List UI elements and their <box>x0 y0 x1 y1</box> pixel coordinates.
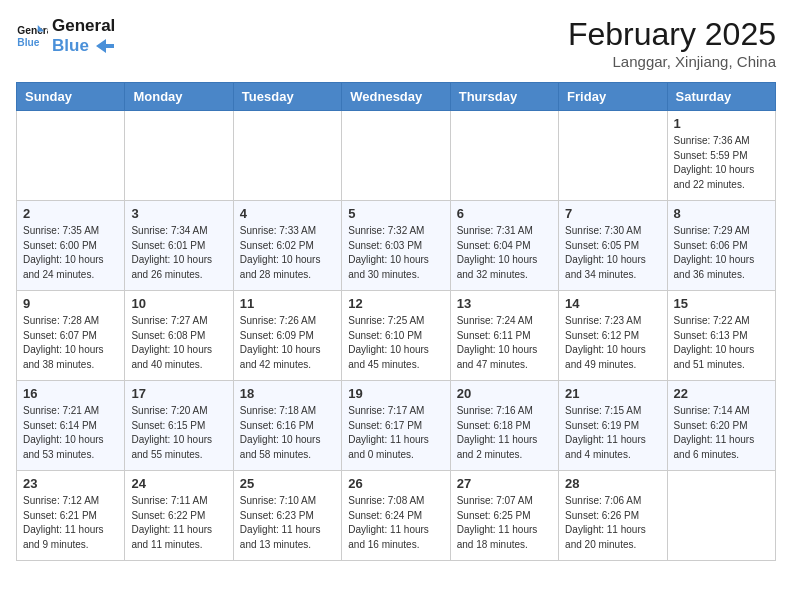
day-number: 13 <box>457 296 552 311</box>
day-info: Sunrise: 7:21 AMSunset: 6:14 PMDaylight:… <box>23 404 118 462</box>
title-block: February 2025 Langgar, Xinjiang, China <box>568 16 776 70</box>
day-number: 1 <box>674 116 769 131</box>
day-cell <box>450 111 558 201</box>
day-cell: 1Sunrise: 7:36 AMSunset: 5:59 PMDaylight… <box>667 111 775 201</box>
day-cell: 4Sunrise: 7:33 AMSunset: 6:02 PMDaylight… <box>233 201 341 291</box>
logo-blue: Blue <box>52 36 115 56</box>
day-cell: 22Sunrise: 7:14 AMSunset: 6:20 PMDayligh… <box>667 381 775 471</box>
day-cell: 6Sunrise: 7:31 AMSunset: 6:04 PMDaylight… <box>450 201 558 291</box>
day-number: 4 <box>240 206 335 221</box>
day-number: 6 <box>457 206 552 221</box>
day-number: 18 <box>240 386 335 401</box>
day-number: 24 <box>131 476 226 491</box>
day-cell: 5Sunrise: 7:32 AMSunset: 6:03 PMDaylight… <box>342 201 450 291</box>
day-info: Sunrise: 7:12 AMSunset: 6:21 PMDaylight:… <box>23 494 118 552</box>
day-cell: 26Sunrise: 7:08 AMSunset: 6:24 PMDayligh… <box>342 471 450 561</box>
day-info: Sunrise: 7:34 AMSunset: 6:01 PMDaylight:… <box>131 224 226 282</box>
day-cell: 16Sunrise: 7:21 AMSunset: 6:14 PMDayligh… <box>17 381 125 471</box>
day-number: 17 <box>131 386 226 401</box>
day-number: 25 <box>240 476 335 491</box>
weekday-header-wednesday: Wednesday <box>342 83 450 111</box>
weekday-header-thursday: Thursday <box>450 83 558 111</box>
day-cell: 25Sunrise: 7:10 AMSunset: 6:23 PMDayligh… <box>233 471 341 561</box>
logo-arrow <box>96 39 114 53</box>
day-number: 22 <box>674 386 769 401</box>
day-cell <box>667 471 775 561</box>
day-number: 21 <box>565 386 660 401</box>
weekday-header-friday: Friday <box>559 83 667 111</box>
month-title: February 2025 <box>568 16 776 53</box>
logo-icon: General Blue <box>16 20 48 52</box>
day-cell: 27Sunrise: 7:07 AMSunset: 6:25 PMDayligh… <box>450 471 558 561</box>
page-header: General Blue General Blue February 2025 … <box>16 16 776 70</box>
svg-marker-3 <box>96 39 114 53</box>
day-number: 14 <box>565 296 660 311</box>
day-number: 7 <box>565 206 660 221</box>
day-info: Sunrise: 7:14 AMSunset: 6:20 PMDaylight:… <box>674 404 769 462</box>
day-info: Sunrise: 7:29 AMSunset: 6:06 PMDaylight:… <box>674 224 769 282</box>
day-number: 20 <box>457 386 552 401</box>
day-cell: 17Sunrise: 7:20 AMSunset: 6:15 PMDayligh… <box>125 381 233 471</box>
day-info: Sunrise: 7:18 AMSunset: 6:16 PMDaylight:… <box>240 404 335 462</box>
day-cell: 24Sunrise: 7:11 AMSunset: 6:22 PMDayligh… <box>125 471 233 561</box>
day-info: Sunrise: 7:22 AMSunset: 6:13 PMDaylight:… <box>674 314 769 372</box>
day-number: 10 <box>131 296 226 311</box>
day-info: Sunrise: 7:08 AMSunset: 6:24 PMDaylight:… <box>348 494 443 552</box>
svg-text:General: General <box>17 25 48 36</box>
day-cell: 8Sunrise: 7:29 AMSunset: 6:06 PMDaylight… <box>667 201 775 291</box>
day-cell: 18Sunrise: 7:18 AMSunset: 6:16 PMDayligh… <box>233 381 341 471</box>
day-cell <box>17 111 125 201</box>
day-number: 23 <box>23 476 118 491</box>
weekday-header-row: SundayMondayTuesdayWednesdayThursdayFrid… <box>17 83 776 111</box>
day-info: Sunrise: 7:24 AMSunset: 6:11 PMDaylight:… <box>457 314 552 372</box>
day-info: Sunrise: 7:31 AMSunset: 6:04 PMDaylight:… <box>457 224 552 282</box>
day-cell: 7Sunrise: 7:30 AMSunset: 6:05 PMDaylight… <box>559 201 667 291</box>
day-info: Sunrise: 7:28 AMSunset: 6:07 PMDaylight:… <box>23 314 118 372</box>
day-cell: 14Sunrise: 7:23 AMSunset: 6:12 PMDayligh… <box>559 291 667 381</box>
day-info: Sunrise: 7:32 AMSunset: 6:03 PMDaylight:… <box>348 224 443 282</box>
day-cell: 10Sunrise: 7:27 AMSunset: 6:08 PMDayligh… <box>125 291 233 381</box>
day-number: 5 <box>348 206 443 221</box>
day-info: Sunrise: 7:11 AMSunset: 6:22 PMDaylight:… <box>131 494 226 552</box>
week-row-4: 16Sunrise: 7:21 AMSunset: 6:14 PMDayligh… <box>17 381 776 471</box>
day-number: 15 <box>674 296 769 311</box>
day-info: Sunrise: 7:10 AMSunset: 6:23 PMDaylight:… <box>240 494 335 552</box>
day-cell: 20Sunrise: 7:16 AMSunset: 6:18 PMDayligh… <box>450 381 558 471</box>
day-info: Sunrise: 7:16 AMSunset: 6:18 PMDaylight:… <box>457 404 552 462</box>
day-info: Sunrise: 7:07 AMSunset: 6:25 PMDaylight:… <box>457 494 552 552</box>
day-number: 16 <box>23 386 118 401</box>
day-number: 9 <box>23 296 118 311</box>
day-info: Sunrise: 7:36 AMSunset: 5:59 PMDaylight:… <box>674 134 769 192</box>
calendar-table: SundayMondayTuesdayWednesdayThursdayFrid… <box>16 82 776 561</box>
day-cell <box>342 111 450 201</box>
weekday-header-tuesday: Tuesday <box>233 83 341 111</box>
day-number: 8 <box>674 206 769 221</box>
week-row-2: 2Sunrise: 7:35 AMSunset: 6:00 PMDaylight… <box>17 201 776 291</box>
weekday-header-sunday: Sunday <box>17 83 125 111</box>
weekday-header-saturday: Saturday <box>667 83 775 111</box>
day-cell <box>125 111 233 201</box>
day-info: Sunrise: 7:23 AMSunset: 6:12 PMDaylight:… <box>565 314 660 372</box>
day-info: Sunrise: 7:15 AMSunset: 6:19 PMDaylight:… <box>565 404 660 462</box>
weekday-header-monday: Monday <box>125 83 233 111</box>
day-info: Sunrise: 7:25 AMSunset: 6:10 PMDaylight:… <box>348 314 443 372</box>
day-info: Sunrise: 7:30 AMSunset: 6:05 PMDaylight:… <box>565 224 660 282</box>
day-cell: 13Sunrise: 7:24 AMSunset: 6:11 PMDayligh… <box>450 291 558 381</box>
day-cell: 12Sunrise: 7:25 AMSunset: 6:10 PMDayligh… <box>342 291 450 381</box>
day-number: 3 <box>131 206 226 221</box>
day-number: 12 <box>348 296 443 311</box>
day-info: Sunrise: 7:06 AMSunset: 6:26 PMDaylight:… <box>565 494 660 552</box>
day-info: Sunrise: 7:35 AMSunset: 6:00 PMDaylight:… <box>23 224 118 282</box>
day-cell: 3Sunrise: 7:34 AMSunset: 6:01 PMDaylight… <box>125 201 233 291</box>
day-cell: 9Sunrise: 7:28 AMSunset: 6:07 PMDaylight… <box>17 291 125 381</box>
week-row-1: 1Sunrise: 7:36 AMSunset: 5:59 PMDaylight… <box>17 111 776 201</box>
day-number: 26 <box>348 476 443 491</box>
location: Langgar, Xinjiang, China <box>568 53 776 70</box>
logo-general: General <box>52 16 115 36</box>
day-number: 28 <box>565 476 660 491</box>
day-number: 19 <box>348 386 443 401</box>
day-cell <box>559 111 667 201</box>
day-info: Sunrise: 7:27 AMSunset: 6:08 PMDaylight:… <box>131 314 226 372</box>
day-number: 11 <box>240 296 335 311</box>
week-row-5: 23Sunrise: 7:12 AMSunset: 6:21 PMDayligh… <box>17 471 776 561</box>
